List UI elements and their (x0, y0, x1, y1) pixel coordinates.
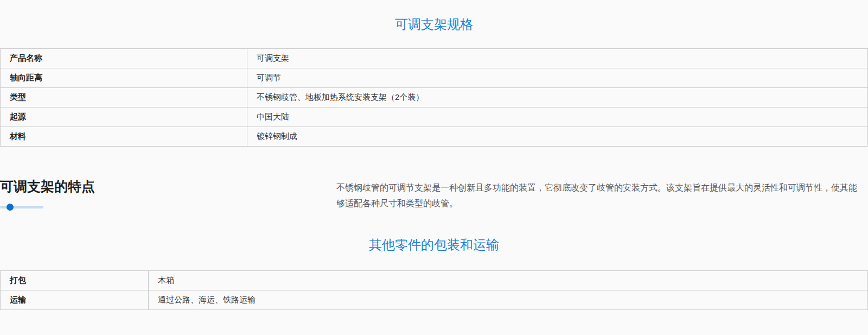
table-row: 产品名称 可调支架 (1, 49, 868, 68)
table-row: 运输 通过公路、海运、铁路运输 (1, 290, 868, 310)
features-heading-block: 可调支架的特点 (0, 178, 336, 208)
packing-value-cell: 木箱 (149, 271, 868, 290)
decorative-slider-dot (7, 204, 14, 211)
packing-label-cell: 运输 (1, 290, 149, 310)
spec-label-cell: 产品名称 (1, 49, 247, 68)
features-heading: 可调支架的特点 (0, 178, 336, 194)
spec-label-cell: 起源 (1, 108, 247, 127)
spec-label-cell: 轴向距离 (1, 68, 247, 88)
spec-value-cell: 可调节 (247, 68, 868, 88)
product-spec-page: { "colors": { "page_background": "#fafaf… (0, 0, 868, 335)
spec-label-cell: 类型 (1, 88, 247, 108)
features-description: 不锈钢歧管的可调节支架是一种创新且多功能的装置，它彻底改变了歧管的安装方式。该支… (336, 178, 865, 211)
table-row: 材料 镀锌钢制成 (1, 127, 868, 147)
spec-label-cell: 材料 (1, 127, 247, 147)
spec-value-cell: 镀锌钢制成 (247, 127, 868, 147)
table-row: 起源 中国大陆 (1, 108, 868, 127)
spec-value-cell: 不锈钢歧管、地板加热系统安装支架（2个装） (247, 88, 868, 108)
packing-table: 打包 木箱 运输 通过公路、海运、铁路运输 (0, 270, 868, 310)
decorative-slider-track (0, 206, 43, 208)
features-section: 可调支架的特点 不锈钢歧管的可调节支架是一种创新且多功能的装置，它彻底改变了歧管… (0, 178, 868, 211)
spec-section-title: 可调支架规格 (0, 16, 868, 33)
table-row: 打包 木箱 (1, 271, 868, 290)
spec-value-cell: 可调支架 (247, 49, 868, 68)
packing-value-cell: 通过公路、海运、铁路运输 (149, 290, 868, 310)
spec-table: 产品名称 可调支架 轴向距离 可调节 类型 不锈钢歧管、地板加热系统安装支架（2… (0, 48, 868, 147)
packing-section-title: 其他零件的包装和运输 (0, 237, 868, 253)
packing-label-cell: 打包 (1, 271, 149, 290)
table-row: 类型 不锈钢歧管、地板加热系统安装支架（2个装） (1, 88, 868, 108)
spec-value-cell: 中国大陆 (247, 108, 868, 127)
table-row: 轴向距离 可调节 (1, 68, 868, 88)
